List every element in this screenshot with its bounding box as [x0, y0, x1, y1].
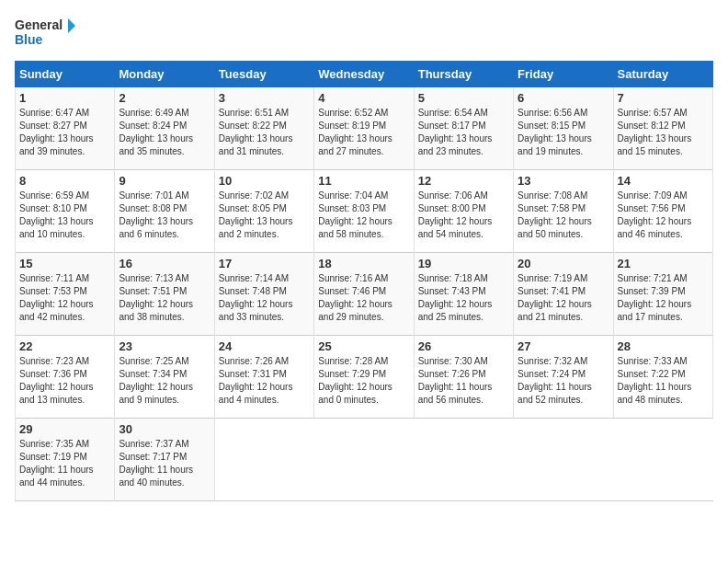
day-number: 2: [119, 91, 210, 105]
cell-info: Sunrise: 7:21 AMSunset: 7:39 PMDaylight:…: [618, 273, 692, 322]
logo-svg: General Blue: [15, 15, 79, 53]
header-cell-saturday: Saturday: [613, 62, 712, 87]
calendar-cell: 19 Sunrise: 7:18 AMSunset: 7:43 PMDaylig…: [414, 253, 513, 336]
cell-info: Sunrise: 7:35 AMSunset: 7:19 PMDaylight:…: [19, 439, 94, 488]
calendar-cell: 2 Sunrise: 6:49 AMSunset: 8:24 PMDayligh…: [115, 87, 214, 170]
cell-info: Sunrise: 7:04 AMSunset: 8:03 PMDaylight:…: [318, 190, 392, 239]
calendar-cell: 7 Sunrise: 6:57 AMSunset: 8:12 PMDayligh…: [613, 87, 712, 170]
calendar-cell: [314, 419, 414, 501]
svg-marker-2: [68, 18, 75, 33]
cell-info: Sunrise: 6:59 AMSunset: 8:10 PMDaylight:…: [19, 190, 94, 239]
calendar-cell: 14 Sunrise: 7:09 AMSunset: 7:56 PMDaylig…: [613, 170, 712, 253]
header-cell-friday: Friday: [514, 62, 613, 87]
cell-info: Sunrise: 7:16 AMSunset: 7:46 PMDaylight:…: [318, 273, 392, 322]
calendar-week-row: 15 Sunrise: 7:11 AMSunset: 7:53 PMDaylig…: [16, 253, 713, 336]
day-number: 23: [119, 339, 210, 353]
calendar-cell: 5 Sunrise: 6:54 AMSunset: 8:17 PMDayligh…: [414, 87, 513, 170]
calendar-cell: 10 Sunrise: 7:02 AMSunset: 8:05 PMDaylig…: [214, 170, 313, 253]
day-number: 28: [618, 339, 709, 353]
page-header: General Blue: [15, 15, 713, 53]
calendar-cell: 23 Sunrise: 7:25 AMSunset: 7:34 PMDaylig…: [115, 336, 214, 419]
svg-text:Blue: Blue: [15, 32, 43, 47]
cell-info: Sunrise: 6:52 AMSunset: 8:19 PMDaylight:…: [318, 108, 392, 156]
calendar-cell: 17 Sunrise: 7:14 AMSunset: 7:48 PMDaylig…: [214, 253, 313, 336]
cell-info: Sunrise: 7:28 AMSunset: 7:29 PMDaylight:…: [318, 356, 392, 405]
day-number: 14: [618, 174, 709, 188]
calendar-cell: [414, 419, 513, 501]
calendar-cell: 1 Sunrise: 6:47 AMSunset: 8:27 PMDayligh…: [16, 87, 115, 170]
day-number: 7: [618, 91, 709, 105]
calendar-cell: 8 Sunrise: 6:59 AMSunset: 8:10 PMDayligh…: [16, 170, 115, 253]
calendar-cell: 6 Sunrise: 6:56 AMSunset: 8:15 PMDayligh…: [514, 87, 613, 170]
day-number: 30: [119, 422, 210, 436]
day-number: 25: [318, 339, 409, 353]
calendar-cell: 18 Sunrise: 7:16 AMSunset: 7:46 PMDaylig…: [314, 253, 414, 336]
calendar-cell: 12 Sunrise: 7:06 AMSunset: 8:00 PMDaylig…: [414, 170, 513, 253]
cell-info: Sunrise: 7:02 AMSunset: 8:05 PMDaylight:…: [219, 190, 293, 239]
day-number: 17: [219, 257, 310, 270]
day-number: 20: [518, 257, 609, 270]
day-number: 21: [618, 257, 709, 270]
header-row: SundayMondayTuesdayWednesdayThursdayFrid…: [16, 62, 713, 87]
cell-info: Sunrise: 7:06 AMSunset: 8:00 PMDaylight:…: [418, 190, 493, 239]
cell-info: Sunrise: 6:56 AMSunset: 8:15 PMDaylight:…: [518, 108, 592, 156]
cell-info: Sunrise: 6:51 AMSunset: 8:22 PMDaylight:…: [219, 108, 293, 156]
header-cell-thursday: Thursday: [414, 62, 513, 87]
cell-info: Sunrise: 7:37 AMSunset: 7:17 PMDaylight:…: [119, 439, 193, 488]
calendar-cell: 15 Sunrise: 7:11 AMSunset: 7:53 PMDaylig…: [16, 253, 115, 336]
cell-info: Sunrise: 7:25 AMSunset: 7:34 PMDaylight:…: [119, 356, 193, 405]
calendar-cell: 11 Sunrise: 7:04 AMSunset: 8:03 PMDaylig…: [314, 170, 414, 253]
header-cell-sunday: Sunday: [16, 62, 115, 87]
day-number: 24: [219, 339, 310, 353]
calendar-cell: 28 Sunrise: 7:33 AMSunset: 7:22 PMDaylig…: [613, 336, 712, 419]
calendar-cell: 30 Sunrise: 7:37 AMSunset: 7:17 PMDaylig…: [115, 419, 214, 501]
calendar-week-row: 29 Sunrise: 7:35 AMSunset: 7:19 PMDaylig…: [16, 419, 713, 501]
day-number: 4: [318, 91, 409, 105]
day-number: 6: [518, 91, 609, 105]
day-number: 22: [19, 339, 110, 353]
day-number: 10: [219, 174, 310, 188]
day-number: 12: [418, 174, 509, 188]
calendar-cell: [514, 419, 613, 501]
day-number: 5: [418, 91, 509, 105]
calendar-week-row: 8 Sunrise: 6:59 AMSunset: 8:10 PMDayligh…: [16, 170, 713, 253]
day-number: 1: [19, 91, 110, 105]
calendar-cell: 13 Sunrise: 7:08 AMSunset: 7:58 PMDaylig…: [514, 170, 613, 253]
calendar-table: SundayMondayTuesdayWednesdayThursdayFrid…: [15, 61, 713, 501]
calendar-cell: 16 Sunrise: 7:13 AMSunset: 7:51 PMDaylig…: [115, 253, 214, 336]
calendar-cell: 27 Sunrise: 7:32 AMSunset: 7:24 PMDaylig…: [514, 336, 613, 419]
day-number: 26: [418, 339, 509, 353]
cell-info: Sunrise: 6:49 AMSunset: 8:24 PMDaylight:…: [119, 108, 193, 156]
calendar-week-row: 22 Sunrise: 7:23 AMSunset: 7:36 PMDaylig…: [16, 336, 713, 419]
cell-info: Sunrise: 7:11 AMSunset: 7:53 PMDaylight:…: [19, 273, 94, 322]
calendar-cell: 21 Sunrise: 7:21 AMSunset: 7:39 PMDaylig…: [613, 253, 712, 336]
cell-info: Sunrise: 6:54 AMSunset: 8:17 PMDaylight:…: [418, 108, 493, 156]
day-number: 3: [219, 91, 310, 105]
calendar-week-row: 1 Sunrise: 6:47 AMSunset: 8:27 PMDayligh…: [16, 87, 713, 170]
cell-info: Sunrise: 7:26 AMSunset: 7:31 PMDaylight:…: [219, 356, 293, 405]
calendar-cell: 3 Sunrise: 6:51 AMSunset: 8:22 PMDayligh…: [214, 87, 313, 170]
cell-info: Sunrise: 7:08 AMSunset: 7:58 PMDaylight:…: [518, 190, 592, 239]
header-cell-tuesday: Tuesday: [214, 62, 313, 87]
day-number: 13: [518, 174, 609, 188]
calendar-cell: 22 Sunrise: 7:23 AMSunset: 7:36 PMDaylig…: [16, 336, 115, 419]
logo: General Blue: [15, 15, 79, 53]
day-number: 9: [119, 174, 210, 188]
day-number: 29: [19, 422, 110, 436]
calendar-cell: 25 Sunrise: 7:28 AMSunset: 7:29 PMDaylig…: [314, 336, 414, 419]
svg-text:General: General: [15, 17, 63, 32]
day-number: 16: [119, 257, 210, 270]
calendar-cell: 29 Sunrise: 7:35 AMSunset: 7:19 PMDaylig…: [16, 419, 115, 501]
calendar-cell: 20 Sunrise: 7:19 AMSunset: 7:41 PMDaylig…: [514, 253, 613, 336]
calendar-cell: 24 Sunrise: 7:26 AMSunset: 7:31 PMDaylig…: [214, 336, 313, 419]
cell-info: Sunrise: 7:01 AMSunset: 8:08 PMDaylight:…: [119, 190, 193, 239]
header-cell-wednesday: Wednesday: [314, 62, 414, 87]
cell-info: Sunrise: 7:19 AMSunset: 7:41 PMDaylight:…: [518, 273, 592, 322]
cell-info: Sunrise: 7:32 AMSunset: 7:24 PMDaylight:…: [518, 356, 592, 405]
cell-info: Sunrise: 7:33 AMSunset: 7:22 PMDaylight:…: [618, 356, 692, 405]
cell-info: Sunrise: 6:57 AMSunset: 8:12 PMDaylight:…: [618, 108, 692, 156]
day-number: 8: [19, 174, 110, 188]
cell-info: Sunrise: 7:09 AMSunset: 7:56 PMDaylight:…: [618, 190, 692, 239]
day-number: 18: [318, 257, 409, 270]
cell-info: Sunrise: 7:13 AMSunset: 7:51 PMDaylight:…: [119, 273, 193, 322]
